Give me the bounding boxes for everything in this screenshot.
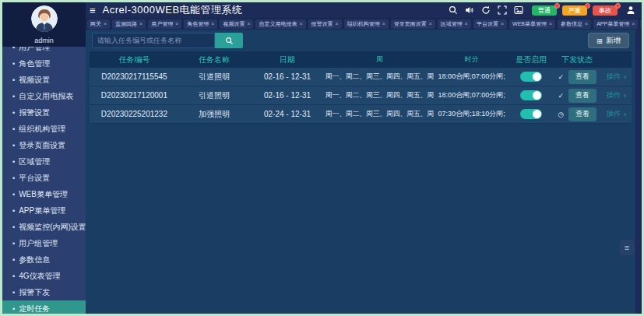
tab-label: APP菜单管理 — [596, 20, 629, 28]
action-dropdown[interactable]: 操作 ∨ — [606, 72, 627, 80]
bullet-icon: • — [12, 191, 15, 198]
check-icon: ✓ — [558, 73, 565, 81]
tab-报警下发[interactable]: 报警下发× — [640, 19, 642, 29]
tab-close-icon[interactable]: × — [175, 21, 178, 26]
search-group — [92, 33, 243, 48]
refresh-icon[interactable] — [481, 5, 491, 15]
alarm-badge — [585, 3, 590, 9]
bullet-icon: • — [12, 125, 15, 133]
sidebar-item-WEB菜单管理[interactable]: •WEB菜单管理 — [2, 186, 86, 202]
alarm-level-buttons: 普通严重事故 — [532, 5, 618, 16]
fullscreen-icon[interactable] — [498, 5, 507, 15]
search-icon[interactable] — [449, 5, 458, 15]
alarm-button-事故[interactable]: 事故 — [593, 5, 618, 16]
tab-close-icon[interactable]: × — [299, 21, 302, 26]
check-icon: ✓ — [558, 92, 565, 100]
sidebar-item-角色管理[interactable]: •角色管理 — [2, 55, 86, 72]
enabled-toggle[interactable] — [520, 90, 542, 100]
add-task-button[interactable]: ⊞ 新增 — [588, 33, 629, 48]
table-body: D20230217115545引道照明02-16 - 12-31周一、周二、周三… — [90, 68, 632, 124]
sidebar-item-视频设置[interactable]: •视频设置 — [2, 72, 86, 88]
app-window: ≡ Acrel-3000WEB电能管理系统 — [2, 2, 642, 314]
sidebar-item-label: 参数信息 — [19, 255, 50, 265]
titlebar: ≡ Acrel-3000WEB电能管理系统 — [2, 2, 642, 18]
tab-APP菜单管理[interactable]: APP菜单管理× — [593, 19, 638, 29]
tab-WEB菜单管理[interactable]: WEB菜单管理× — [509, 19, 555, 29]
screenshot-icon[interactable] — [514, 5, 523, 15]
tab-close-icon[interactable]: × — [632, 21, 635, 26]
sidebar-item-定时任务[interactable]: •定时任务 — [2, 300, 86, 314]
action-dropdown[interactable]: 操作 ∨ — [606, 90, 627, 99]
menu-icon[interactable]: ≡ — [90, 5, 96, 16]
sidebar-item-label: 4G仪表管理 — [19, 271, 60, 282]
alarm-button-严重[interactable]: 严重 — [562, 5, 587, 16]
tab-close-icon[interactable]: × — [211, 21, 214, 26]
bullet-icon: • — [12, 142, 15, 149]
tab-close-icon[interactable]: × — [549, 21, 552, 26]
sidebar-item-label: 用户管理 — [19, 47, 50, 53]
sidebar-item-4G仪表管理[interactable]: •4G仪表管理 — [2, 268, 86, 284]
tab-登录页面设置[interactable]: 登录页面设置× — [391, 19, 435, 29]
sidebar-item-label: 登录页面设置 — [19, 140, 65, 151]
sidebar-item-报警下发[interactable]: •报警下发 — [2, 284, 86, 300]
search-input[interactable] — [92, 33, 215, 48]
sidebar-item-参数信息[interactable]: •参数信息 — [2, 251, 86, 268]
sidebar-item-登录页面设置[interactable]: •登录页面设置 — [2, 137, 86, 153]
time-cell: 18:00合闸;07:00分闸; — [434, 90, 509, 100]
bullet-icon: • — [12, 76, 15, 84]
bullet-icon: • — [12, 158, 15, 166]
bullet-icon: • — [12, 174, 15, 182]
sidebar-item-视频监控(内网)设置[interactable]: •视频监控(内网)设置 — [2, 219, 86, 235]
drawer-handle-button[interactable]: ≡ — [620, 240, 634, 255]
sidebar-item-组织机构管理[interactable]: •组织机构管理 — [2, 121, 86, 137]
enabled-toggle[interactable] — [520, 109, 542, 119]
tab-网关[interactable]: 网关× — [87, 19, 110, 29]
right-edge-strip — [635, 30, 642, 314]
tab-组织机构管理[interactable]: 组织机构管理× — [344, 19, 389, 29]
sidebar-item-用户管理[interactable]: •用户管理 — [2, 47, 86, 55]
tab-区域管理[interactable]: 区域管理× — [438, 19, 471, 29]
tab-平台设置[interactable]: 平台设置× — [473, 19, 507, 29]
tab-角色管理[interactable]: 角色管理× — [184, 19, 217, 29]
tab-视频设置[interactable]: 视频设置× — [220, 19, 253, 29]
action-dropdown[interactable]: 操作 ∨ — [606, 109, 627, 118]
tab-监测回路[interactable]: 监测回路× — [112, 19, 146, 29]
tab-close-icon[interactable]: × — [585, 21, 588, 26]
view-button[interactable]: 查看 — [568, 89, 596, 103]
tab-参数信息[interactable]: 参数信息× — [558, 19, 591, 29]
tab-close-icon[interactable]: × — [336, 21, 339, 26]
tab-close-icon[interactable]: × — [139, 21, 143, 26]
tab-close-icon[interactable]: × — [501, 21, 504, 26]
view-button[interactable]: 查看 — [568, 107, 596, 121]
bullet-icon: • — [12, 272, 15, 280]
tab-自定义用电报表[interactable]: 自定义用电报表× — [255, 19, 305, 29]
sidebar-item-报警设置[interactable]: •报警设置 — [2, 104, 86, 121]
sidebar-item-自定义用电报表[interactable]: •自定义用电报表 — [2, 88, 86, 104]
tab-close-icon[interactable]: × — [382, 21, 385, 26]
sidebar-item-用户组管理[interactable]: •用户组管理 — [2, 235, 86, 251]
sidebar-item-label: 报警下发 — [19, 287, 50, 298]
tab-报警设置[interactable]: 报警设置× — [308, 19, 342, 29]
view-button[interactable]: 查看 — [568, 70, 596, 84]
search-button[interactable] — [215, 33, 243, 48]
bullet-icon: • — [12, 240, 15, 248]
tab-close-icon[interactable]: × — [104, 21, 107, 26]
alarm-button-普通[interactable]: 普通 — [532, 5, 557, 16]
sound-icon[interactable] — [465, 5, 474, 15]
sidebar-item-label: WEB菜单管理 — [19, 189, 68, 200]
tab-close-icon[interactable]: × — [429, 21, 432, 26]
enabled-toggle[interactable] — [520, 72, 542, 82]
bullet-icon: • — [12, 256, 15, 264]
toggle-knob — [533, 110, 541, 118]
tab-用户管理[interactable]: 用户管理× — [148, 19, 181, 29]
tab-close-icon[interactable]: × — [465, 21, 468, 26]
tab-close-icon[interactable]: × — [247, 21, 250, 26]
sidebar: admin •用户管理•角色管理•视频设置•自定义用电报表•报警设置•组织机构管… — [2, 2, 86, 314]
sidebar-item-区域管理[interactable]: •区域管理 — [2, 153, 86, 170]
column-header-周: 周 — [326, 54, 434, 65]
titlebar-actions: 普通严重事故 — [449, 5, 642, 16]
sidebar-item-APP菜单管理[interactable]: •APP菜单管理 — [2, 202, 86, 219]
user-icon[interactable] — [626, 5, 635, 15]
status-group: ✓查看 — [558, 70, 597, 84]
sidebar-item-平台设置[interactable]: •平台设置 — [2, 170, 86, 186]
